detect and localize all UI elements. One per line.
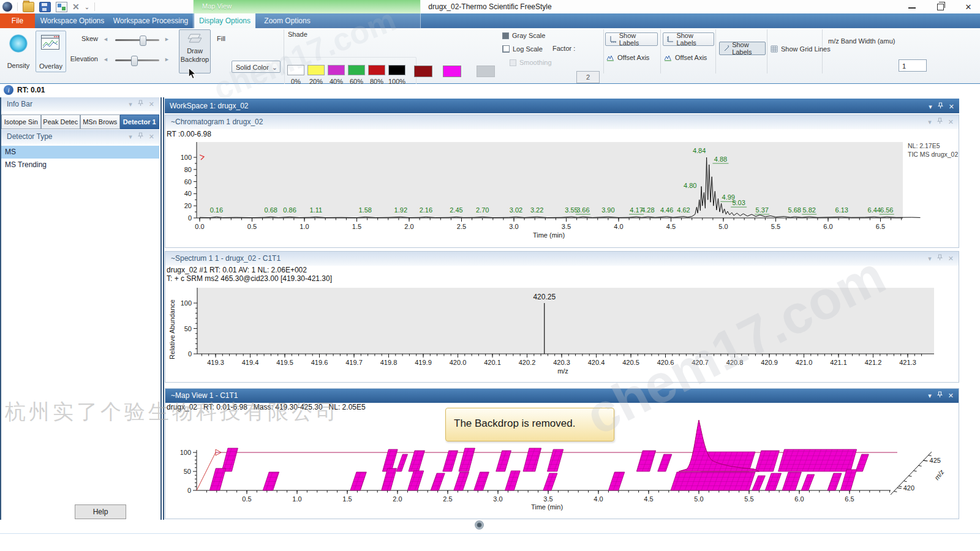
pin-icon[interactable] [937,252,943,266]
overlay-button[interactable]: Overlay [36,31,66,72]
pin-icon[interactable] [138,97,143,111]
pin-icon[interactable] [938,99,943,114]
y-axis-show-labels-button[interactable]: Show Labels [663,32,714,46]
splitter[interactable] [163,97,164,520]
svg-text:421.1: 421.1 [830,359,847,366]
close-icon[interactable]: ✕ [949,99,954,114]
detector-type-ms[interactable]: MS [1,146,159,159]
tab-workspace-processing[interactable]: Workspace Processing [113,13,189,28]
shade-swatch-group: 0%20%40%60%80%100% [288,65,405,85]
elevation-increase-icon[interactable]: ► [164,56,170,62]
map-view-panel-header[interactable]: ~Map View 1 - C1T1 ▾ ✕ [165,389,959,403]
shade-swatch-20%[interactable] [307,65,325,75]
z-axis-show-labels-button[interactable]: Show Labels [719,42,766,55]
svg-text:5.0: 5.0 [694,495,703,503]
detector-type-title-text: Detector Type [7,132,52,141]
svg-text:419.5: 419.5 [276,359,293,366]
elevation-slider-thumb[interactable] [131,56,138,66]
svg-text:420.6: 420.6 [657,359,674,366]
tab-zoom-options[interactable]: Zoom Options [257,13,318,28]
restore-button[interactable] [935,2,946,12]
shade-swatch-100%[interactable] [388,65,405,75]
save-icon[interactable] [39,2,51,12]
y-axis-offset-axis-button[interactable]: Offset Axis [664,51,707,64]
svg-text:3.90: 3.90 [601,206,614,214]
close-icon[interactable]: ✕ [948,252,954,266]
svg-text:420.25: 420.25 [533,293,556,301]
close-icon[interactable]: ✕ [149,130,154,144]
dropdown-icon[interactable]: ▾ [928,115,932,129]
line-color-swatch[interactable] [414,66,432,77]
skew-increase-icon[interactable]: ► [164,36,170,42]
band-width-input[interactable]: 1 [899,59,927,72]
qat-more-icon[interactable]: ⌄ [85,4,89,10]
chromatogram-panel-header[interactable]: ~Chromatogram 1 drugx_02 ▾ ✕ [165,115,959,129]
tab-peak-detec[interactable]: Peak Detec [41,114,81,129]
svg-text:1.5: 1.5 [342,495,352,503]
x-axis-show-labels-button[interactable]: Show Labels [605,32,658,46]
shade-swatch-60%[interactable] [348,65,365,75]
pin-icon[interactable] [937,115,943,129]
factor-input[interactable]: 2 [576,71,600,83]
shade-swatch-80%[interactable] [368,65,385,75]
delete-icon[interactable]: ✕ [72,2,80,12]
svg-text:0.16: 0.16 [210,206,223,214]
tab-msn-brows[interactable]: MSn Brows [80,114,120,129]
svg-text:1.5: 1.5 [352,223,361,230]
dropdown-icon[interactable]: ▾ [129,130,132,144]
open-file-icon[interactable] [23,2,34,12]
dropdown-icon[interactable]: ▾ [129,97,132,111]
svg-text:5.5: 5.5 [744,495,753,503]
gray-scale-checkbox[interactable]: Gray Scale [502,32,545,39]
shade-swatch-40%[interactable] [328,65,345,75]
spectrum-panel-header[interactable]: ~Spectrum 1 1 - drugx_02 - C1T1 ▾ ✕ [165,252,959,266]
pin-icon[interactable] [138,130,143,144]
close-icon[interactable]: ✕ [948,389,954,403]
tab-detector-1[interactable]: Detector 1 [120,114,160,129]
info-icon: i [4,85,13,95]
svg-text:1.0: 1.0 [292,495,301,503]
svg-text:2.16: 2.16 [420,206,432,214]
svg-text:420.7: 420.7 [692,359,709,366]
close-icon[interactable]: ✕ [149,97,154,111]
x-axis-offset-axis-button[interactable]: Offset Axis [606,51,649,64]
fill-dropdown[interactable]: Solid Color ⌄ [232,61,281,73]
tab-workspace-options[interactable]: Workspace Options [38,13,107,28]
detector-type-ms-trending[interactable]: MS Trending [1,159,159,171]
dropdown-icon[interactable]: ▾ [928,389,932,403]
dropdown-icon[interactable]: ▾ [929,99,932,114]
fill-solid-color-swatch[interactable] [443,66,461,77]
help-button[interactable]: Help [75,504,126,519]
elevation-decrease-icon[interactable]: ◄ [103,56,108,62]
elevation-slider[interactable] [115,59,159,61]
minimize-button[interactable] [907,2,918,12]
tab-file[interactable]: File [0,13,35,28]
tab-display-options[interactable]: Display Options [194,13,255,28]
export-icon[interactable] [56,2,67,12]
svg-text:4.0: 4.0 [594,495,603,503]
ribbon: Density Overlay Skew ◄ ► Elevation ◄ ► D… [0,28,980,84]
show-grid-lines-button[interactable]: Show Grid Lines [771,43,831,55]
close-icon[interactable]: ✕ [948,115,954,129]
log-scale-checkbox[interactable]: Log Scale [502,45,543,53]
tab-isotope-sin[interactable]: Isotope Sin [1,114,41,129]
splitter[interactable] [160,97,162,520]
svg-text:3.02: 3.02 [510,206,522,214]
spectrum-filter-header: T: + c SRM ms2 465.30@cid23.00 [419.30-4… [167,274,332,283]
checkbox-icon [510,59,516,66]
skew-slider[interactable] [115,39,159,41]
chromatogram-chart[interactable]: 0204060801000.00.51.01.52.02.53.03.54.04… [165,140,959,247]
svg-text:420.1: 420.1 [484,359,501,366]
backdrop-color-swatch [477,66,495,77]
close-button[interactable]: ✕ [963,2,974,12]
density-button[interactable]: Density [4,31,33,71]
dropdown-icon[interactable]: ▾ [928,252,932,266]
workspace-header[interactable]: WorkSpace 1: drugx_02 ▾ ✕ [165,99,959,113]
shade-swatch-0%[interactable] [287,65,304,75]
app-logo-icon[interactable] [2,2,12,12]
pin-icon[interactable] [937,389,943,403]
skew-slider-thumb[interactable] [140,36,146,46]
splitter-handle[interactable] [475,520,484,530]
spectrum-chart[interactable]: 050100419.3419.4419.5419.6419.7419.8419.… [165,283,959,381]
skew-decrease-icon[interactable]: ◄ [103,36,108,42]
